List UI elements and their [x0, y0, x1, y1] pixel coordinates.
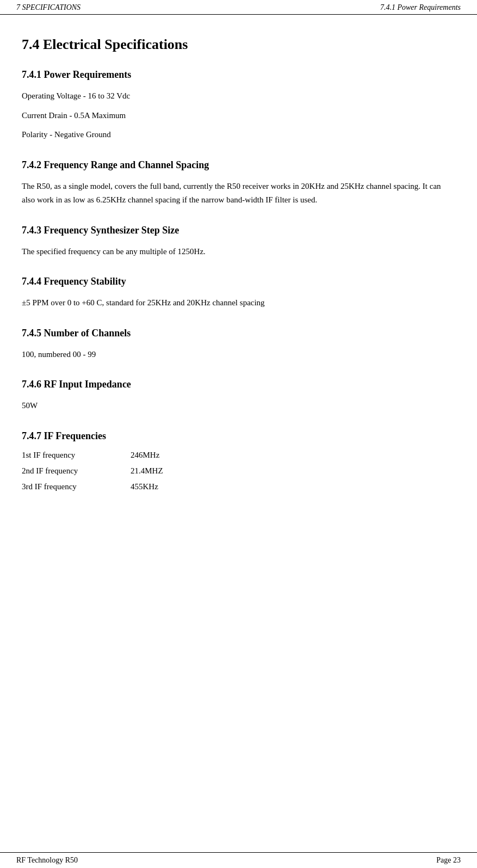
if-freq-row: 3rd IF frequency455KHz [22, 482, 455, 491]
content-paragraph: 50W [22, 399, 455, 413]
section-7.4.3: 7.4.3 Frequency Synthesizer Step SizeThe… [22, 225, 455, 259]
section-7.4.2: 7.4.2 Frequency Range and Channel Spacin… [22, 159, 455, 207]
section-7.4.4: 7.4.4 Frequency Stability±5 PPM over 0 t… [22, 276, 455, 310]
footer-left: RF Technology R50 [16, 856, 78, 865]
section-7.4.7: 7.4.7 IF Frequencies1st IF frequency246M… [22, 430, 455, 491]
section-heading-7.4.7: 7.4.7 IF Frequencies [22, 430, 455, 442]
content-paragraph: Current Drain - 0.5A Maximum [22, 109, 455, 123]
section-heading-7.4.6: 7.4.6 RF Input Impedance [22, 379, 455, 390]
section-content-7.4.1: Operating Voltage - 16 to 32 VdcCurrent … [22, 89, 455, 142]
section-7.4.6: 7.4.6 RF Input Impedance50W [22, 379, 455, 413]
sections-container: 7.4.1 Power RequirementsOperating Voltag… [22, 69, 455, 491]
page-container: 7 SPECIFICATIONS 7.4.1 Power Requirement… [0, 0, 477, 868]
if-freq-row: 1st IF frequency246MHz [22, 451, 455, 460]
if-freq-label: 3rd IF frequency [22, 482, 131, 491]
if-freq-row: 2nd IF frequency21.4MHZ [22, 466, 455, 476]
if-freq-value: 21.4MHZ [131, 466, 163, 476]
section-7.4.1: 7.4.1 Power RequirementsOperating Voltag… [22, 69, 455, 142]
page-title: 7.4 Electrical Specifications [22, 36, 455, 53]
if-freq-value: 246MHz [131, 451, 159, 460]
footer-right: Page 23 [436, 856, 461, 865]
section-heading-7.4.3: 7.4.3 Frequency Synthesizer Step Size [22, 225, 455, 236]
content-paragraph: The specified frequency can be any multi… [22, 245, 455, 259]
if-freq-table: 1st IF frequency246MHz2nd IF frequency21… [22, 451, 455, 491]
section-content-7.4.3: The specified frequency can be any multi… [22, 245, 455, 259]
section-content-7.4.6: 50W [22, 399, 455, 413]
content-area: 7.4 Electrical Specifications 7.4.1 Powe… [0, 15, 477, 531]
section-heading-7.4.1: 7.4.1 Power Requirements [22, 69, 455, 81]
if-freq-label: 2nd IF frequency [22, 466, 131, 476]
section-heading-7.4.4: 7.4.4 Frequency Stability [22, 276, 455, 287]
if-freq-label: 1st IF frequency [22, 451, 131, 460]
section-7.4.5: 7.4.5 Number of Channels100, numbered 00… [22, 328, 455, 362]
content-paragraph: 100, numbered 00 - 99 [22, 348, 455, 362]
section-heading-7.4.5: 7.4.5 Number of Channels [22, 328, 455, 339]
header-left: 7 SPECIFICATIONS [16, 3, 80, 12]
footer-bar: RF Technology R50 Page 23 [0, 852, 477, 868]
content-paragraph: ±5 PPM over 0 to +60 C, standard for 25K… [22, 296, 455, 310]
section-content-7.4.4: ±5 PPM over 0 to +60 C, standard for 25K… [22, 296, 455, 310]
if-freq-value: 455KHz [131, 482, 158, 491]
header-right: 7.4.1 Power Requirements [380, 3, 461, 12]
section-content-7.4.5: 100, numbered 00 - 99 [22, 348, 455, 362]
content-paragraph: Polarity - Negative Ground [22, 128, 455, 142]
section-content-7.4.2: The R50, as a single model, covers the f… [22, 180, 455, 207]
content-paragraph: Operating Voltage - 16 to 32 Vdc [22, 89, 455, 103]
header-bar: 7 SPECIFICATIONS 7.4.1 Power Requirement… [0, 0, 477, 15]
content-paragraph: The R50, as a single model, covers the f… [22, 180, 455, 207]
section-heading-7.4.2: 7.4.2 Frequency Range and Channel Spacin… [22, 159, 455, 171]
